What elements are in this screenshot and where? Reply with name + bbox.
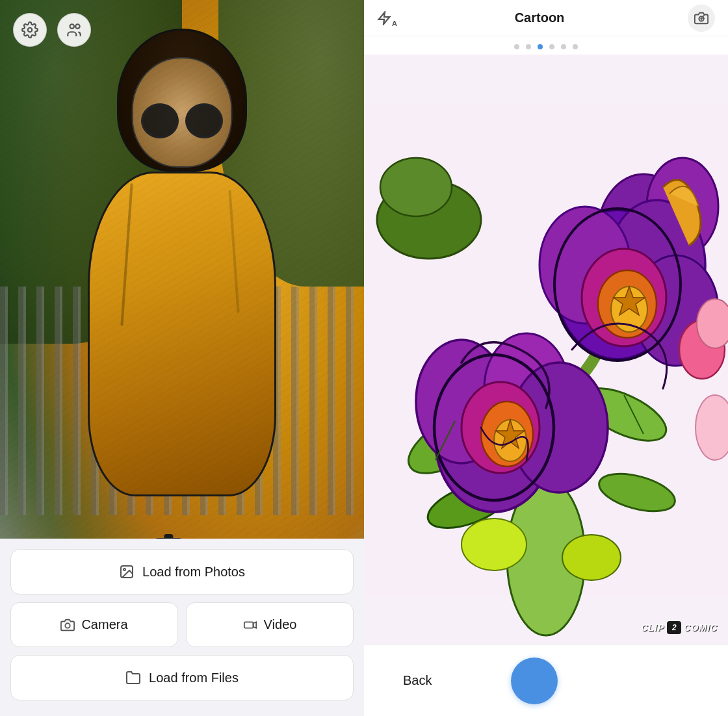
bottom-bar: Back xyxy=(364,645,728,716)
dot-5 xyxy=(561,44,566,49)
load-files-button[interactable]: Load from Files xyxy=(10,655,354,700)
bottom-actions: Load from Photos Camera Video xyxy=(0,539,364,716)
load-files-label: Load from Files xyxy=(149,671,239,685)
dot-2 xyxy=(526,44,531,49)
top-bar: A Cartoon xyxy=(364,0,728,36)
video-label: Video xyxy=(264,617,297,632)
dot-6 xyxy=(573,44,578,49)
flash-button[interactable]: A xyxy=(377,11,391,25)
right-panel: A Cartoon xyxy=(364,0,728,716)
flip-camera-icon xyxy=(694,11,708,25)
video-icon xyxy=(243,618,257,632)
group-icon xyxy=(66,21,83,38)
svg-point-5 xyxy=(66,623,70,628)
svg-point-38 xyxy=(697,299,728,348)
svg-point-2 xyxy=(75,24,80,29)
svg-point-16 xyxy=(562,535,621,580)
camera-button[interactable]: Camera xyxy=(10,602,178,647)
settings-button[interactable] xyxy=(13,13,47,47)
watermark-suffix: COMIC xyxy=(684,622,718,633)
camera-video-row: Camera Video xyxy=(10,602,354,647)
gear-icon xyxy=(21,21,38,38)
svg-marker-7 xyxy=(379,12,390,23)
community-button[interactable] xyxy=(57,13,91,47)
files-icon xyxy=(125,670,141,685)
dot-4 xyxy=(549,44,554,49)
svg-point-0 xyxy=(28,28,32,32)
photos-icon xyxy=(119,564,135,580)
video-button[interactable]: Video xyxy=(186,602,354,647)
load-photos-button[interactable]: Load from Photos xyxy=(10,549,354,595)
cartoon-image-area: CLIP COMIC xyxy=(364,55,728,645)
dot-3-active xyxy=(538,44,543,49)
flower-cartoon-svg xyxy=(364,55,728,645)
back-button[interactable]: Back xyxy=(403,673,432,688)
svg-point-4 xyxy=(124,569,125,570)
watermark-prefix: CLIP xyxy=(641,622,664,633)
top-icons xyxy=(13,13,91,47)
svg-rect-6 xyxy=(244,622,253,628)
flash-icon xyxy=(377,11,391,25)
svg-point-1 xyxy=(70,24,75,29)
svg-point-20 xyxy=(380,158,452,216)
flip-camera-button[interactable] xyxy=(688,5,715,32)
camera-icon xyxy=(60,618,75,632)
load-photos-label: Load from Photos xyxy=(142,565,245,580)
svg-point-39 xyxy=(696,395,728,460)
left-panel: CLIP COMIC Load from Photos Camera xyxy=(0,0,364,716)
flash-mode: A xyxy=(392,19,397,27)
screen-title: Cartoon xyxy=(515,10,565,25)
page-indicator xyxy=(364,36,728,55)
watermark: CLIP COMIC xyxy=(641,621,718,634)
svg-point-15 xyxy=(462,518,526,570)
camera-label: Camera xyxy=(81,617,127,632)
dot-1 xyxy=(514,44,519,49)
capture-button[interactable] xyxy=(511,658,558,704)
watermark-camera-icon xyxy=(667,621,681,634)
